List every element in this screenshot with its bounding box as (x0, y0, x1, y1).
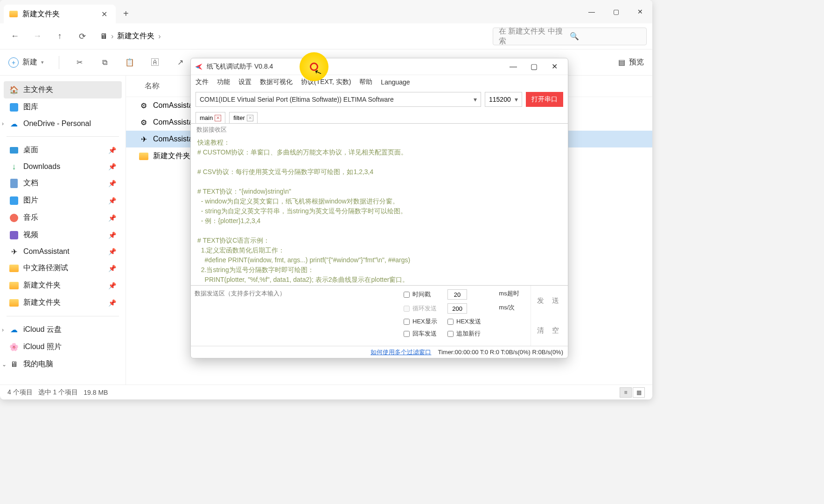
new-tab-button[interactable]: + (123, 8, 129, 19)
sidebar-item-icloud-drive[interactable]: ›☁iCloud 云盘 (4, 321, 122, 338)
menu-function[interactable]: 功能 (217, 78, 230, 86)
open-port-button[interactable]: 打开串口 (526, 92, 563, 107)
opt-label: 循环发送 (412, 304, 437, 313)
close-tab-icon[interactable]: ✕ (98, 9, 110, 20)
help-link[interactable]: 如何使用多个过滤窗口 (370, 348, 431, 357)
sidebar-item-gallery[interactable]: 图库 (4, 98, 122, 116)
maximize-button[interactable]: ▢ (604, 2, 628, 21)
sidebar-item-videos[interactable]: 视频📌 (4, 226, 122, 244)
rx-textarea[interactable]: 快速教程：# CUSTOM协议：单窗口、多曲线的万能文本协议，详见相关配置页面。… (191, 136, 568, 285)
opt-loop[interactable]: 循环发送 (404, 303, 445, 314)
sidebar-item-comassistant[interactable]: ✈ComAssistant📌 (4, 244, 122, 259)
back-button[interactable]: ← (6, 27, 24, 46)
sidebar-item-icloud-photos[interactable]: 🌸iCloud 照片 (4, 338, 122, 356)
cut-icon[interactable]: ✂ (74, 57, 84, 68)
port-select[interactable]: COM1(IDLE Virtual Serial Port (Eltima So… (196, 92, 481, 107)
rename-icon[interactable]: 🇦 (150, 57, 160, 68)
grid-view-button[interactable]: ▦ (633, 387, 645, 398)
app-titlebar[interactable]: 纸飞机调试助手 V0.8.4 — ▢ ✕ (191, 58, 568, 75)
menu-file[interactable]: 文件 (196, 78, 209, 86)
close-button[interactable]: ✕ (545, 60, 564, 74)
share-icon[interactable]: ↗ (175, 57, 185, 68)
close-icon[interactable]: ✕ (247, 115, 253, 121)
opt-appendnl[interactable]: 追加新行 (447, 329, 527, 338)
sidebar-item-home[interactable]: 🏠主文件夹 (4, 81, 122, 98)
menu-dataviz[interactable]: 数据可视化 (260, 78, 293, 86)
close-icon[interactable]: ✕ (215, 115, 221, 121)
minimize-button[interactable]: — (580, 2, 604, 21)
sidebar-item-pictures[interactable]: 图片📌 (4, 192, 122, 209)
unit-label: ms/次 (499, 303, 527, 314)
folder-icon (9, 281, 19, 290)
chevron-right-icon[interactable]: › (2, 120, 4, 127)
sidebar-item-label: OneDrive - Personal (23, 119, 91, 128)
pin-icon[interactable]: 📌 (108, 231, 116, 239)
sidebar-item-documents[interactable]: 文档📌 (4, 175, 122, 192)
sidebar-item-downloads[interactable]: ↓Downloads📌 (4, 159, 122, 175)
refresh-button[interactable]: ⟳ (73, 27, 91, 46)
chevron-right-icon[interactable]: › (2, 327, 4, 333)
sidebar-item-label: 文档 (23, 178, 38, 188)
breadcrumb[interactable]: 🖥 › 新建文件夹 › (95, 29, 489, 43)
forward-button[interactable]: → (28, 27, 47, 46)
tx-input[interactable] (191, 286, 400, 346)
chevron-down-icon[interactable]: ⌄ (2, 361, 7, 368)
tx-options: 时间戳 ms超时 循环发送 ms/次 HEX显示 HEX发送 回车发送 追加新行 (400, 286, 531, 346)
paste-icon[interactable]: 📋 (125, 57, 135, 68)
sidebar-item-newfolder[interactable]: 新建文件夹📌 (4, 294, 122, 311)
maximize-button[interactable]: ▢ (524, 60, 544, 74)
search-box[interactable]: 在 新建文件夹 中搜索 🔍 (493, 28, 647, 45)
sidebar-item-label: 音乐 (23, 213, 38, 223)
copy-icon[interactable]: ⧉ (99, 57, 110, 68)
list-view-button[interactable]: ≡ (620, 387, 632, 398)
chevron-down-icon: ▾ (474, 96, 477, 103)
nav-bar: ← → ↑ ⟳ 🖥 › 新建文件夹 › 在 新建文件夹 中搜索 🔍 (0, 23, 652, 49)
opt-hexshow[interactable]: HEX显示 (404, 317, 445, 326)
pin-icon[interactable]: 📌 (108, 299, 116, 307)
sidebar-item-thispc[interactable]: ⌄🖥我的电脑 (4, 356, 122, 373)
tab-main[interactable]: main✕ (196, 112, 225, 123)
menu-language[interactable]: Language (381, 78, 410, 86)
sidebar-item-onedrive[interactable]: ›☁OneDrive - Personal (4, 116, 122, 132)
close-button[interactable]: ✕ (628, 2, 652, 21)
chevron-right-icon: › (158, 32, 161, 41)
baud-value: 115200 (489, 96, 511, 103)
app-title: 纸飞机调试助手 V0.8.4 (207, 63, 273, 71)
clear-button[interactable]: 清 空 (531, 316, 568, 346)
data-tabs: main✕ filter✕ (191, 110, 568, 124)
up-button[interactable]: ↑ (50, 27, 69, 46)
sidebar-item-label: iCloud 照片 (23, 342, 62, 352)
sidebar-item-newfolder[interactable]: 新建文件夹📌 (4, 277, 122, 294)
opt-crsend[interactable]: 回车发送 (404, 329, 445, 338)
timestamp-value[interactable] (447, 289, 467, 300)
status-text: Timer:00:00:00 T:0 R:0 T:0B/s(0%) R:0B/s… (438, 349, 563, 356)
sidebar-item-music[interactable]: 音乐📌 (4, 209, 122, 226)
pin-icon[interactable]: 📌 (108, 265, 116, 272)
sidebar-item-desktop[interactable]: 桌面📌 (4, 141, 122, 159)
new-button[interactable]: + 新建 ▾ (8, 57, 44, 68)
sidebar-item-cnpath[interactable]: 中文路径测试📌 (4, 259, 122, 277)
pin-icon[interactable]: 📌 (108, 163, 116, 170)
minimize-button[interactable]: — (503, 60, 523, 74)
pin-icon[interactable]: 📌 (108, 147, 116, 154)
send-button[interactable]: 发 送 (531, 286, 568, 316)
sidebar-item-label: 图片 (23, 196, 38, 205)
opt-timestamp[interactable]: 时间戳 (404, 289, 445, 300)
pin-icon[interactable]: 📌 (108, 248, 116, 255)
preview-button[interactable]: ▤ 预览 (618, 57, 644, 67)
breadcrumb-item[interactable]: 新建文件夹 (117, 31, 154, 41)
separator (59, 56, 59, 69)
menu-settings[interactable]: 设置 (238, 78, 251, 86)
pin-icon[interactable]: 📌 (108, 180, 116, 187)
tab-label: filter (233, 114, 245, 121)
baud-select[interactable]: 115200▾ (485, 92, 522, 107)
pin-icon[interactable]: 📌 (108, 282, 116, 289)
tab-filter[interactable]: filter✕ (229, 112, 258, 123)
pictures-icon (9, 196, 19, 205)
pin-icon[interactable]: 📌 (108, 197, 116, 204)
loop-value[interactable] (447, 303, 467, 314)
opt-hexsend[interactable]: HEX发送 (447, 317, 527, 326)
window-tab[interactable]: 新建文件夹 ✕ (4, 5, 116, 23)
pin-icon[interactable]: 📌 (108, 214, 116, 222)
menu-help[interactable]: 帮助 (359, 78, 372, 86)
